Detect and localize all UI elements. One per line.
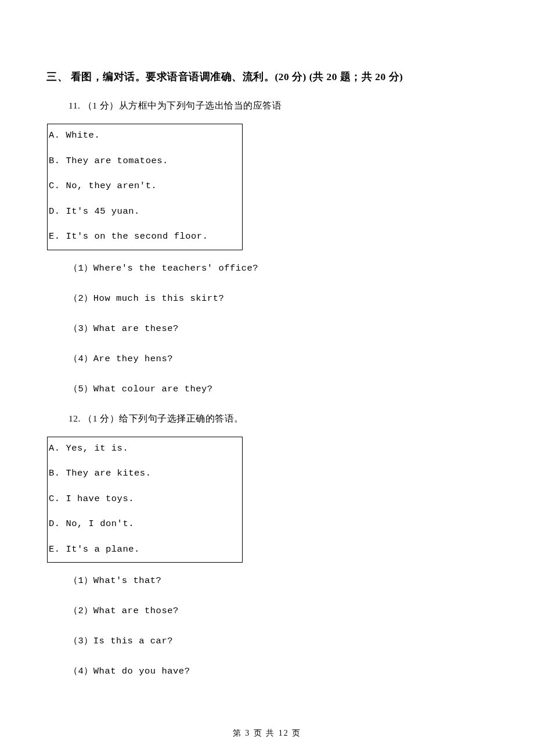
option-item: B. They are kites.: [48, 469, 242, 478]
sub-question: （3）Is this a car?: [68, 635, 488, 647]
sub-question: （5）What colour are they?: [68, 383, 488, 395]
sub-question: （4）What do you have?: [68, 665, 488, 677]
option-item: A. Yes, it is.: [48, 444, 242, 453]
question-11-options-box: A. White. B. They are tomatoes. C. No, t…: [47, 124, 243, 250]
question-12-subquestions: （1）What's that? （2）What are those? （3）Is…: [68, 574, 488, 677]
option-item: D. It's 45 yuan.: [48, 207, 242, 217]
option-item: C. I have toys.: [48, 495, 242, 504]
option-item: D. No, I don't.: [48, 520, 242, 529]
sub-question: （1）What's that?: [68, 574, 488, 586]
question-11-subquestions: （1）Where's the teachers' office? （2）How …: [68, 262, 488, 395]
page-content: 三、 看图，编对话。要求语音语调准确、流利。(20 分) (共 20 题；共 2…: [0, 0, 534, 677]
option-item: E. It's a plane.: [48, 545, 242, 555]
option-item: A. White.: [48, 131, 242, 141]
sub-question: （2）How much is this skirt?: [68, 292, 488, 304]
question-12-intro: 12. （1 分）给下列句子选择正确的答语。: [68, 413, 488, 425]
page-footer: 第 3 页 共 12 页: [0, 728, 534, 739]
option-item: B. They are tomatoes.: [48, 157, 242, 166]
question-11-intro: 11. （1 分）从方框中为下列句子选出恰当的应答语: [68, 100, 488, 112]
sub-question: （1）Where's the teachers' office?: [68, 262, 488, 274]
sub-question: （4）Are they hens?: [68, 352, 488, 365]
section-heading: 三、 看图，编对话。要求语音语调准确、流利。(20 分) (共 20 题；共 2…: [46, 70, 488, 84]
sub-question: （3）What are these?: [68, 322, 488, 334]
sub-question: （2）What are those?: [68, 604, 488, 617]
option-item: E. It's on the second floor.: [48, 232, 242, 242]
option-item: C. No, they aren't.: [48, 182, 242, 191]
question-12-options-box: A. Yes, it is. B. They are kites. C. I h…: [47, 437, 243, 563]
